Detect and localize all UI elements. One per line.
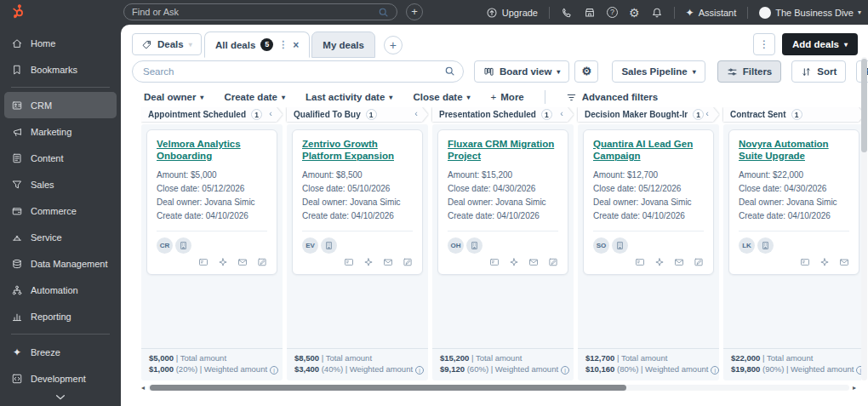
column-header[interactable]: Appointment Scheduled 1 ‹ [141,107,283,122]
pipeline-selector[interactable]: Sales Pipeline ▾ [612,60,705,83]
sidebar-collapse-chevron[interactable] [0,389,121,404]
contact-avatar[interactable]: CR [157,237,173,254]
deal-name-link[interactable]: Zentrivo Growth Platform Expansion [302,138,413,162]
activity-star-icon[interactable] [509,257,519,267]
sidebar-item-breeze[interactable]: ✦ Breeze [4,339,117,365]
email-icon[interactable] [383,257,393,267]
contact-avatar[interactable]: LK [739,237,755,254]
sidebar-item-sales[interactable]: Sales [4,171,117,197]
scroll-right-arrow[interactable]: ▸ [853,384,856,392]
tab-my-deals[interactable]: My deals [311,31,375,58]
settings-icon[interactable]: ⚙ [629,7,640,19]
collapse-column-icon[interactable]: ‹ [560,108,563,118]
column-header[interactable]: Contract Sent 1 [723,107,861,122]
filter-create-date[interactable]: Create date ▾ [224,92,285,102]
company-avatar[interactable] [612,237,628,254]
global-search-input[interactable] [132,7,378,17]
sidebar-item-content[interactable]: Content [4,145,117,171]
more-options-button[interactable]: ⋮ [753,33,775,55]
company-avatar[interactable] [175,237,191,254]
company-avatar[interactable] [757,237,774,254]
email-icon[interactable] [237,257,248,267]
board-view-button[interactable]: Board view ▾ [474,60,569,83]
deal-name-link[interactable]: Quantira AI Lead Gen Campaign [593,138,704,162]
sidebar-item-home[interactable]: Home [4,30,117,56]
sidebar-item-automation[interactable]: Automation [4,277,117,303]
filters-button[interactable]: Filters [717,60,782,83]
scrollbar-thumb[interactable] [150,385,626,391]
hubspot-logo-icon[interactable] [10,4,26,20]
contact-avatar[interactable]: OH [448,237,464,254]
tab-close-icon[interactable]: × [293,39,299,51]
sidebar-item-marketing[interactable]: Marketing [4,118,117,145]
sidebar-item-reporting[interactable]: Reporting [4,303,117,329]
scrollbar-thumb[interactable] [861,59,867,152]
scrollbar-track[interactable] [148,385,849,391]
column-header[interactable]: Presentation Scheduled 1 ‹ [432,107,574,122]
tab-options-icon[interactable]: ⋮ [278,39,288,50]
global-search[interactable] [123,3,397,20]
contact-card-icon[interactable] [198,257,208,267]
activity-star-icon[interactable] [363,257,374,267]
info-icon[interactable]: i [415,366,424,375]
deal-card[interactable]: Velmora Analytics Onboarding Amount: $5,… [146,129,277,275]
deal-card[interactable]: Fluxara CRM Migration Project Amount: $1… [437,129,568,275]
company-avatar[interactable] [466,237,483,254]
contact-card-icon[interactable] [344,257,354,267]
collapse-column-icon[interactable]: ‹ [269,108,272,118]
scroll-left-arrow[interactable]: ◂ [141,384,145,392]
activity-star-icon[interactable] [218,257,228,267]
help-icon[interactable]: ? [607,7,618,18]
info-icon[interactable]: i [711,366,719,375]
note-icon[interactable] [257,257,267,267]
note-icon[interactable] [694,257,704,267]
contact-avatar[interactable]: SO [593,237,609,254]
sort-button[interactable]: Sort [791,60,846,83]
global-create-button[interactable]: + [406,3,423,20]
sidebar-item-development[interactable]: Development [4,365,117,392]
deal-name-link[interactable]: Fluxara CRM Migration Project [448,138,558,162]
sidebar-item-data-management[interactable]: Data Management [4,250,117,277]
activity-star-icon[interactable] [819,257,830,267]
assistant-button[interactable]: ✦ Assistant [686,7,737,19]
filter-close-date[interactable]: Close date ▾ [413,92,470,102]
deal-card[interactable]: Novyra Automation Suite Upgrade Amount: … [728,129,859,275]
board-settings-button[interactable]: ⚙ [574,60,598,83]
note-icon[interactable] [548,257,558,267]
column-header[interactable]: Qualified To Buy 1 ‹ [287,107,428,122]
add-deals-button[interactable]: Add deals ▾ [782,33,858,55]
deal-card[interactable]: Quantira AI Lead Gen Campaign Amount: $1… [583,129,714,275]
marketplace-icon[interactable] [584,7,596,19]
sidebar-item-bookmarks[interactable]: Bookmarks [4,56,117,83]
contact-avatar[interactable]: EV [302,237,318,254]
column-header[interactable]: Decision Maker Bought-In 1 ‹ [578,107,719,122]
add-view-button[interactable]: + [384,36,403,54]
filter-last-activity-date[interactable]: Last activity date ▾ [306,92,392,102]
sidebar-item-crm[interactable]: CRM [4,92,117,118]
email-icon[interactable] [674,257,684,267]
note-icon[interactable] [403,257,413,267]
deal-name-link[interactable]: Novyra Automation Suite Upgrade [739,138,849,162]
account-menu[interactable]: The Business Dive ▾ [759,7,861,19]
tab-all-deals[interactable]: All deals 5 ⋮ × [204,31,310,58]
filter-deal-owner[interactable]: Deal owner ▾ [144,92,203,102]
notifications-icon[interactable] [651,7,663,19]
upgrade-button[interactable]: Upgrade [486,7,538,19]
company-avatar[interactable] [321,237,337,254]
collapse-column-icon[interactable]: ‹ [414,108,418,118]
filter-more-button[interactable]: + More [491,92,524,102]
calling-icon[interactable] [561,7,573,19]
contact-card-icon[interactable] [489,257,500,267]
contact-card-icon[interactable] [800,257,810,267]
horizontal-scrollbar[interactable]: ◂ ▸ [141,384,856,392]
email-icon[interactable] [839,257,849,267]
contact-card-icon[interactable] [635,257,645,267]
activity-star-icon[interactable] [654,257,665,267]
deal-card[interactable]: Zentrivo Growth Platform Expansion Amoun… [292,129,423,275]
info-icon[interactable]: i [270,366,278,375]
email-icon[interactable] [528,257,539,267]
deal-name-link[interactable]: Velmora Analytics Onboarding [157,138,267,162]
object-switcher-deals[interactable]: Deals ▾ [132,33,202,55]
vertical-scrollbar[interactable] [861,57,867,380]
collapse-column-icon[interactable]: ‹ [705,108,709,118]
